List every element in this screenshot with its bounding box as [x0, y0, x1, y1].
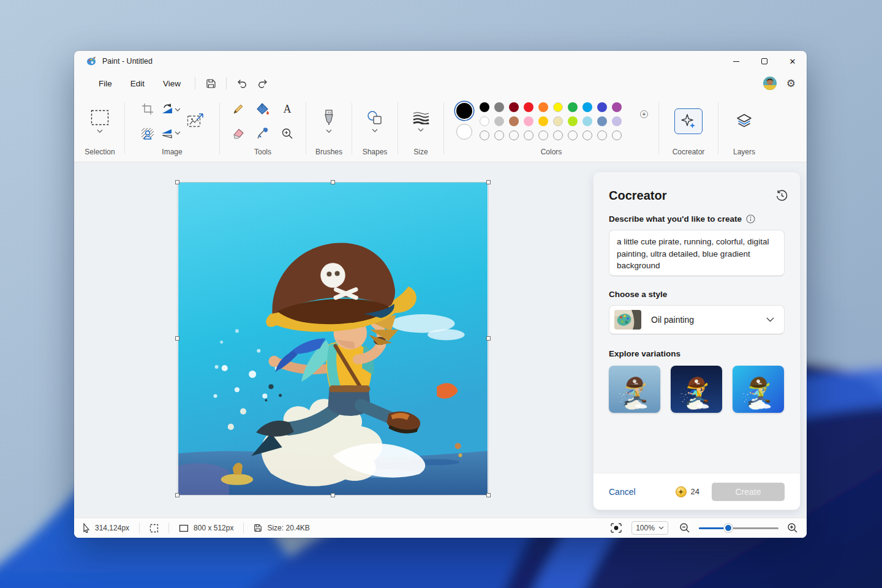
selection-handle[interactable]: [175, 493, 179, 497]
paint-app-icon: [86, 56, 96, 66]
empty-color-slot[interactable]: [538, 130, 548, 140]
selection-rect-icon[interactable]: [91, 110, 109, 126]
color-swatch[interactable]: [509, 116, 519, 126]
color-swatch[interactable]: [480, 116, 489, 126]
empty-color-slot[interactable]: [568, 130, 578, 140]
style-dropdown[interactable]: Oil painting: [609, 305, 785, 334]
selection-handle[interactable]: [331, 493, 335, 497]
divider: [226, 77, 227, 89]
color-swatch[interactable]: [524, 116, 533, 126]
selection-handle[interactable]: [486, 180, 491, 184]
zoom-slider[interactable]: [699, 524, 778, 532]
empty-color-slot[interactable]: [494, 130, 504, 140]
line-size-icon[interactable]: [412, 111, 429, 124]
color-swatch[interactable]: [597, 116, 607, 126]
selection-handle[interactable]: [486, 493, 491, 497]
variation-thumbnail-3[interactable]: [733, 366, 784, 413]
flip-button[interactable]: [160, 127, 180, 140]
menu-file[interactable]: File: [89, 76, 121, 91]
redo-button[interactable]: [252, 75, 273, 92]
layers-button[interactable]: [736, 113, 752, 129]
magnifier-button[interactable]: [281, 127, 293, 140]
empty-color-slot[interactable]: [553, 130, 563, 140]
pencil-button[interactable]: [232, 103, 244, 115]
selection-handle[interactable]: [175, 180, 179, 184]
chevron-down-icon[interactable]: [418, 128, 424, 132]
menubar: File Edit View: [74, 72, 807, 95]
menu-edit[interactable]: Edit: [121, 76, 154, 91]
color-swatch[interactable]: [612, 116, 622, 126]
image-group: Image: [126, 95, 218, 162]
brushes-group: Brushes: [307, 95, 350, 162]
color-swatch[interactable]: [494, 116, 504, 126]
background-color-swatch[interactable]: [456, 124, 472, 140]
brush-icon[interactable]: [323, 110, 334, 126]
zoom-slider-thumb[interactable]: [724, 524, 733, 532]
create-button[interactable]: Create: [712, 483, 785, 501]
avatar[interactable]: [763, 77, 777, 90]
variation-thumbnail-2[interactable]: [671, 366, 722, 413]
shapes-icon[interactable]: [367, 110, 383, 125]
minimize-icon: [733, 61, 739, 62]
minimize-button[interactable]: [722, 51, 750, 72]
color-swatch[interactable]: [480, 102, 489, 112]
settings-gear-icon[interactable]: ⚙: [786, 77, 796, 90]
crop-button[interactable]: [141, 103, 154, 115]
style-thumbnail: [614, 310, 641, 330]
color-swatch[interactable]: [553, 102, 563, 112]
window-title: Paint - Untitled: [102, 57, 153, 66]
rotate-button[interactable]: [160, 103, 180, 115]
zoom-level-select[interactable]: 100%: [631, 521, 668, 535]
color-swatch[interactable]: [568, 116, 578, 126]
selection-handle[interactable]: [331, 180, 335, 184]
save-button[interactable]: [200, 75, 221, 92]
canvas[interactable]: [178, 183, 488, 495]
color-swatch[interactable]: [568, 102, 578, 112]
empty-color-slot[interactable]: [524, 130, 533, 140]
undo-button[interactable]: [232, 75, 252, 92]
eyedropper-button[interactable]: [257, 127, 269, 140]
chevron-down-icon[interactable]: [372, 129, 378, 132]
color-swatch[interactable]: [597, 102, 607, 112]
text-button[interactable]: A: [282, 103, 293, 115]
close-button[interactable]: ✕: [778, 51, 807, 72]
color-swatch[interactable]: [524, 102, 533, 112]
chevron-down-icon[interactable]: [97, 129, 103, 133]
empty-color-slot[interactable]: [480, 130, 489, 140]
crop-icon: [141, 103, 154, 115]
color-swatch[interactable]: [494, 102, 504, 112]
color-swatch[interactable]: [509, 102, 519, 112]
prompt-input[interactable]: a little cute pirate, running, colorful,…: [609, 230, 785, 276]
cancel-button[interactable]: Cancel: [609, 487, 636, 497]
history-button[interactable]: [775, 189, 788, 204]
empty-color-slot[interactable]: [509, 130, 519, 140]
color-swatch[interactable]: [612, 102, 622, 112]
empty-color-slot[interactable]: [612, 130, 622, 140]
zoom-out-button[interactable]: [679, 522, 690, 533]
menu-view[interactable]: View: [154, 76, 190, 91]
cocreator-button[interactable]: [674, 108, 703, 134]
color-swatch[interactable]: [582, 116, 592, 126]
canvas-size: 800 x 512px: [179, 524, 233, 532]
color-swatch[interactable]: [538, 102, 548, 112]
fit-to-screen-button[interactable]: [611, 523, 622, 533]
foreground-color-swatch[interactable]: [456, 103, 472, 119]
color-palette: [480, 102, 622, 140]
fill-button[interactable]: [256, 103, 270, 115]
empty-color-slot[interactable]: [582, 130, 592, 140]
maximize-button[interactable]: [750, 51, 778, 72]
selection-handle[interactable]: [175, 336, 179, 341]
selection-handle[interactable]: [486, 336, 491, 341]
color-swatch[interactable]: [538, 116, 548, 126]
variation-thumbnail-1[interactable]: [609, 366, 660, 413]
color-swatch[interactable]: [553, 116, 563, 126]
color-swatch[interactable]: [582, 102, 592, 112]
remove-background-button[interactable]: [141, 127, 154, 140]
resize-button[interactable]: [187, 113, 204, 129]
chevron-down-icon: [658, 526, 664, 530]
empty-color-slot[interactable]: [597, 130, 607, 140]
zoom-in-button[interactable]: [787, 522, 798, 533]
chevron-down-icon[interactable]: [326, 129, 332, 133]
info-icon[interactable]: [746, 214, 755, 224]
eraser-button[interactable]: [232, 127, 244, 140]
